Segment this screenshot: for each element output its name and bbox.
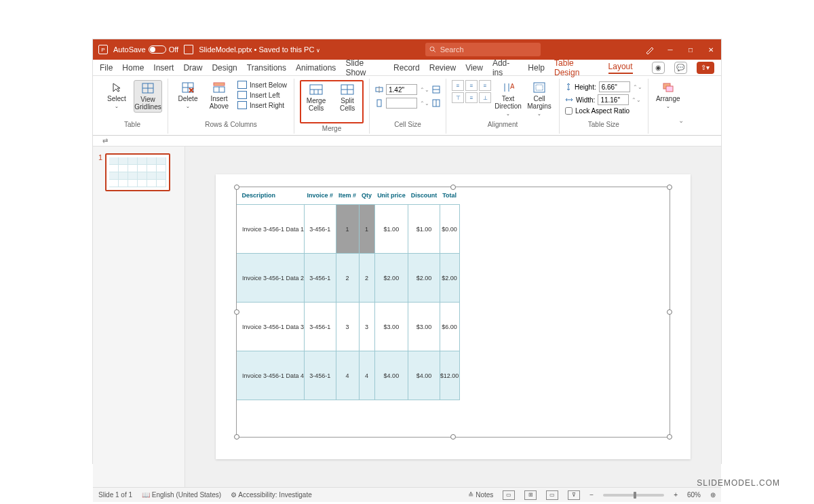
resize-handle[interactable]	[667, 309, 672, 315]
selection-frame	[236, 187, 670, 438]
svg-rect-21	[377, 100, 381, 106]
table-height-input[interactable]: Height: ⌃⌄	[565, 81, 642, 92]
insert-above-button[interactable]: Insert Above	[205, 80, 233, 111]
row-height-input[interactable]: ⌃⌄	[375, 84, 440, 95]
normal-view-button[interactable]: ▭	[503, 490, 515, 500]
close-button[interactable]: ✕	[706, 45, 716, 54]
watermark: SLIDEMODEL.COM	[697, 478, 780, 488]
row-height-icon	[375, 85, 383, 94]
resize-handle[interactable]	[450, 185, 456, 190]
comments-button[interactable]: 💬	[674, 62, 687, 74]
save-icon[interactable]	[184, 45, 193, 54]
pencil-icon[interactable]	[645, 45, 655, 54]
tab-layout[interactable]: Layout	[608, 62, 633, 74]
collapse-ribbon-button[interactable]: ⌄	[678, 117, 684, 124]
tab-record[interactable]: Record	[393, 63, 420, 73]
distribute-rows-icon[interactable]	[432, 85, 440, 94]
merge-icon	[309, 83, 323, 96]
svg-rect-10	[214, 83, 225, 85]
height-icon	[565, 83, 572, 91]
tab-draw[interactable]: Draw	[183, 63, 202, 73]
slide-counter[interactable]: Slide 1 of 1	[98, 491, 132, 499]
tab-help[interactable]: Help	[528, 63, 545, 73]
align-top-button[interactable]: ⊤	[452, 92, 464, 103]
resize-handle[interactable]	[234, 185, 239, 190]
slide-thumbnail-1[interactable]	[105, 153, 170, 191]
align-middle-button[interactable]: ≡	[465, 92, 478, 103]
align-bottom-button[interactable]: ⊥	[479, 92, 491, 103]
toggle-icon	[149, 45, 166, 54]
split-cells-button[interactable]: Split Cells	[333, 82, 362, 113]
minimize-button[interactable]: ─	[665, 45, 675, 54]
fit-to-window-button[interactable]: ⊕	[710, 491, 716, 499]
svg-rect-26	[536, 85, 543, 90]
arrange-button[interactable]: Arrange⌄	[654, 80, 682, 111]
insert-below-button[interactable]: Insert Below	[236, 80, 288, 90]
resize-handle[interactable]	[667, 185, 672, 190]
align-buttons: ≡ ≡ ≡ ⊤ ≡ ⊥	[452, 80, 491, 103]
merge-highlight: Merge Cells Split Cells	[300, 80, 364, 123]
thumb-number: 1	[98, 153, 102, 161]
slide-thumbnails: 1	[93, 147, 185, 487]
camera-button[interactable]: ◉	[652, 62, 665, 74]
app-window: P AutoSave Off SlideModel.pptx • Saved t…	[92, 39, 722, 464]
col-width-input[interactable]: ⌃⌄	[375, 98, 440, 109]
zoom-in-button[interactable]: +	[674, 491, 678, 499]
insert-left-button[interactable]: Insert Left	[236, 90, 288, 100]
share-button[interactable]: ⇧▾	[697, 62, 714, 74]
align-left-button[interactable]: ≡	[452, 80, 464, 91]
slideshow-view-button[interactable]: ⊽	[568, 490, 580, 500]
zoom-slider[interactable]	[603, 494, 664, 497]
tab-addins[interactable]: Add-ins	[492, 58, 518, 77]
sorter-view-button[interactable]: ⊞	[524, 490, 537, 500]
insert-right-button[interactable]: Insert Right	[236, 100, 288, 110]
titlebar: P AutoSave Off SlideModel.pptx • Saved t…	[93, 39, 721, 60]
app-icon: P	[98, 45, 108, 54]
group-cell-size: ⌃⌄ ⌃⌄ Cell Size	[370, 79, 446, 134]
resize-handle[interactable]	[450, 434, 456, 440]
tab-review[interactable]: Review	[429, 63, 456, 73]
tab-view[interactable]: View	[465, 63, 483, 73]
align-center-button[interactable]: ≡	[465, 80, 478, 91]
distribute-cols-icon[interactable]	[432, 99, 440, 107]
table-width-input[interactable]: Width: ⌃⌄	[565, 94, 641, 105]
qat-dropdown[interactable]: ⇄	[102, 137, 108, 144]
tab-animations[interactable]: Animations	[296, 63, 336, 73]
maximize-button[interactable]: □	[686, 45, 695, 54]
notes-button[interactable]: ≙ Notes	[468, 491, 493, 499]
text-direction-button[interactable]: A Text Direction⌄	[494, 80, 522, 118]
merge-cells-button[interactable]: Merge Cells	[302, 82, 330, 113]
align-right-button[interactable]: ≡	[479, 80, 491, 91]
search-input[interactable]: Search	[425, 43, 541, 56]
group-table-size: Height: ⌃⌄ Width: ⌃⌄ Lock Aspect Ratio T…	[560, 79, 648, 134]
ribbon: Select⌄ View Gridlines Table Delete⌄ Ins…	[93, 76, 721, 136]
statusbar: Slide 1 of 1 📖 English (United States) ⚙…	[93, 487, 721, 502]
workarea: 1 Description Invoice # Ite	[93, 147, 721, 487]
width-icon	[565, 96, 573, 103]
accessibility-indicator[interactable]: ⚙ Accessibility: Investigate	[231, 491, 312, 499]
tab-design[interactable]: Design	[212, 63, 237, 73]
resize-handle[interactable]	[234, 434, 239, 440]
tab-transitions[interactable]: Transitions	[247, 63, 286, 73]
tab-insert[interactable]: Insert	[153, 63, 174, 73]
svg-rect-25	[534, 83, 545, 92]
document-title: SlideModel.pptx • Saved to this PC ∨	[199, 45, 320, 54]
cell-margins-button[interactable]: Cell Margins⌄	[525, 80, 554, 118]
view-gridlines-button[interactable]: View Gridlines	[134, 80, 162, 113]
zoom-out-button[interactable]: −	[589, 491, 594, 499]
tab-slideshow[interactable]: Slide Show	[345, 58, 384, 77]
resize-handle[interactable]	[234, 309, 239, 315]
autosave-toggle[interactable]: AutoSave Off	[113, 45, 178, 54]
search-icon	[429, 46, 436, 53]
reading-view-button[interactable]: ▭	[546, 490, 558, 500]
language-indicator[interactable]: 📖 English (United States)	[142, 491, 221, 499]
tab-table-design[interactable]: Table Design	[554, 58, 599, 77]
delete-button[interactable]: Delete⌄	[174, 80, 202, 111]
tab-home[interactable]: Home	[122, 63, 144, 73]
zoom-level[interactable]: 60%	[687, 491, 701, 499]
tab-file[interactable]: File	[100, 63, 113, 73]
select-button[interactable]: Select⌄	[102, 80, 131, 111]
resize-handle[interactable]	[667, 434, 672, 440]
slide-canvas[interactable]: Description Invoice # Item # Qty Unit pr…	[185, 147, 721, 487]
lock-aspect-checkbox[interactable]: Lock Aspect Ratio	[565, 107, 629, 115]
